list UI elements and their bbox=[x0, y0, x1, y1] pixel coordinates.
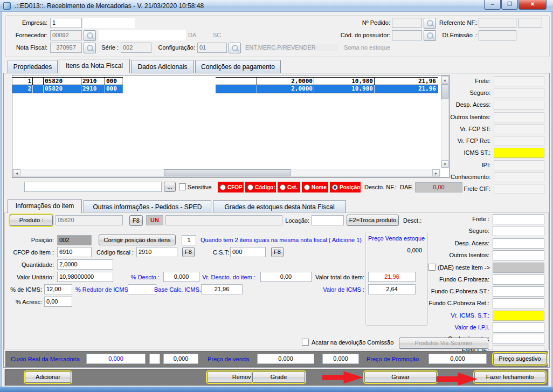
quantidade-field[interactable]: 2,0000 bbox=[57, 259, 113, 270]
radio-cfop[interactable]: CFOP bbox=[218, 182, 244, 192]
produto-button[interactable]: Produto : bbox=[10, 215, 53, 226]
num-pedido-label: Nº Pedido: bbox=[358, 19, 390, 26]
vr-descto-item-field[interactable]: 0,00 bbox=[260, 272, 312, 282]
radio-nome[interactable]: Nome bbox=[302, 182, 328, 192]
fundo-cprobreza-field[interactable] bbox=[493, 274, 544, 285]
busca-item-input[interactable] bbox=[24, 182, 162, 192]
radio-posicao[interactable]: Posição bbox=[330, 182, 361, 192]
empresa-field[interactable]: 1 bbox=[50, 18, 82, 28]
codigo-fiscal-label: Código fiscal : bbox=[95, 249, 134, 256]
radio-cst[interactable]: Cst. bbox=[278, 182, 300, 192]
grid-horizontal-scrollbar[interactable]: ◄ ► bbox=[12, 169, 440, 177]
seguro-field bbox=[494, 88, 544, 98]
fundo-cpobreza-ret-field[interactable] bbox=[493, 298, 544, 308]
valor-ipi-field[interactable] bbox=[493, 322, 544, 333]
tab-dados-adicionais[interactable]: Dados Adicionais bbox=[131, 60, 194, 73]
itens-grid[interactable]: 10582029100002,000010,98021,96 205820291… bbox=[12, 75, 450, 178]
f8-codigo-fiscal-button[interactable]: F8 bbox=[182, 247, 195, 257]
tab-itens-da-nota-fiscal[interactable]: Itens da Nota Fiscal bbox=[59, 59, 130, 73]
grid-row-1[interactable]: 10582029100002,000010,98021,96 bbox=[12, 77, 438, 85]
desp-acess-label: Desp. Acess: bbox=[437, 101, 490, 108]
dae-neste-item-checkbox[interactable] bbox=[428, 264, 436, 271]
horizontal-scroll-thumb[interactable] bbox=[164, 169, 291, 176]
empresa-redacted-box bbox=[83, 18, 135, 28]
cod-possuidor-field[interactable] bbox=[392, 30, 422, 40]
tab-outras-informacoes[interactable]: Outras informações - Pedidos - SPED bbox=[84, 200, 211, 213]
cell-seq: 2 bbox=[12, 85, 33, 93]
f8-produto-button[interactable]: F8 bbox=[129, 215, 143, 226]
conhecimento-label: Conhecimento: bbox=[437, 174, 490, 181]
custo-campo3-field[interactable]: 0,000 bbox=[163, 354, 198, 364]
frete-field bbox=[494, 76, 544, 86]
radio-codigo[interactable]: Código: bbox=[245, 182, 276, 192]
perc-acresc-field[interactable]: 0,00 bbox=[44, 297, 72, 307]
close-button[interactable]: ✕ bbox=[519, 0, 547, 10]
cell-unitario: 10,980 bbox=[314, 78, 375, 85]
codigo-fiscal-field[interactable]: 2910 bbox=[136, 247, 177, 257]
vr-icms-st-field[interactable] bbox=[493, 311, 544, 321]
maximize-button[interactable]: ❐ bbox=[501, 0, 518, 10]
configuracao-search-button[interactable] bbox=[229, 43, 241, 53]
tab-condicoes-pagamento[interactable]: Condições de pagamento bbox=[195, 60, 281, 73]
sensitive-checkbox[interactable] bbox=[179, 183, 186, 190]
preco-venda-estoque-value: 0,000 bbox=[368, 247, 422, 254]
gravar-button[interactable]: Gravar bbox=[364, 372, 437, 383]
custo-campo2-field[interactable] bbox=[149, 354, 160, 364]
preco-campo6-field[interactable]: 0,000 bbox=[322, 354, 359, 364]
locacao-field[interactable] bbox=[312, 215, 344, 225]
acatar-devolucao-checkbox[interactable] bbox=[302, 339, 309, 346]
valor-total-item-label: Valor total do item: bbox=[314, 274, 364, 281]
valor-unitario-field[interactable]: 10,98000000 bbox=[57, 272, 113, 282]
grid-row-2-selected[interactable]: 20582029100002,000010,98021,96 bbox=[12, 85, 438, 93]
radio-icon bbox=[280, 184, 286, 190]
grade-button[interactable]: Grade bbox=[252, 372, 305, 383]
adicionar-button[interactable]: Adicionar bbox=[25, 372, 71, 383]
cell-blank bbox=[33, 78, 44, 85]
f2-troca-produto-button[interactable]: F2=Troca produto bbox=[347, 215, 399, 226]
num-pedido-field[interactable] bbox=[392, 18, 422, 28]
corrigir-posicao-button[interactable]: Corrigir posição dos itens bbox=[99, 235, 176, 245]
cfop-item-field[interactable]: 6910 bbox=[57, 247, 92, 257]
scroll-left-icon[interactable]: ◄ bbox=[13, 169, 20, 176]
sensitive-label: Sensitive bbox=[188, 184, 212, 191]
item-desp-acess-field[interactable] bbox=[493, 238, 544, 249]
preco-promocao-field[interactable]: 0,000 bbox=[428, 354, 487, 364]
tab-informacoes-do-item[interactable]: Informações do item bbox=[8, 199, 82, 213]
item-outros-isentos-label: Outros Isentos: bbox=[426, 252, 489, 259]
cst-field[interactable]: 000 bbox=[230, 247, 266, 257]
num-pedido-search-button[interactable] bbox=[424, 18, 436, 29]
preco-sugestivo-button[interactable]: Preço sugestivo bbox=[493, 353, 547, 365]
custo-real-label: Custo Real da Mercadoria bbox=[11, 356, 80, 363]
tab-propriedades[interactable]: Propriedades bbox=[8, 60, 58, 73]
item-seguro-field[interactable] bbox=[493, 226, 544, 236]
dae-neste-item-label: (DAE) neste item -> bbox=[438, 264, 490, 271]
item-frete-field[interactable] bbox=[493, 214, 544, 224]
item-conhecimento-field[interactable] bbox=[493, 334, 544, 344]
minimize-button[interactable]: – bbox=[484, 0, 501, 10]
fornecedor-extra1: DA bbox=[188, 32, 196, 39]
tab-grades-estoques[interactable]: Grades de estoques desta Nota Fiscal bbox=[213, 200, 346, 213]
title-bar[interactable]: .::ED013::. Recebimento de Mercadorias -… bbox=[0, 0, 553, 12]
referente-nf-field-1[interactable] bbox=[479, 18, 516, 28]
preco-venda-field[interactable]: 0,000 bbox=[257, 354, 314, 364]
f8-cst-button[interactable]: F8 bbox=[271, 247, 284, 257]
nota-fiscal-search-button[interactable] bbox=[84, 43, 96, 53]
perc-icms-field[interactable]: 12,00 bbox=[44, 284, 72, 294]
dt-emissao-field[interactable] bbox=[479, 30, 516, 40]
cod-possuidor-search-button[interactable] bbox=[424, 30, 436, 41]
icms-st-field[interactable] bbox=[494, 148, 544, 158]
perc-descto-field[interactable]: 0,000 bbox=[163, 272, 199, 282]
fornecedor-search-button[interactable] bbox=[84, 30, 96, 41]
base-calc-icms-field[interactable]: 21,96 bbox=[201, 284, 243, 294]
cst-label: C.S.T: bbox=[210, 249, 229, 256]
preco-venda-label: Preço de venda bbox=[208, 356, 249, 363]
custo-real-field[interactable]: 0,000 bbox=[86, 354, 146, 364]
ellipsis-button[interactable]: ... bbox=[164, 182, 176, 192]
corrigir-quantidade-field[interactable]: 1 bbox=[182, 235, 196, 245]
item-outros-isentos-field[interactable] bbox=[493, 250, 544, 260]
fazer-fechamento-button[interactable]: Fazer fechamento bbox=[474, 372, 545, 383]
perc-redutor-icms-field[interactable] bbox=[128, 284, 156, 294]
fundo-cpobreza-st-field[interactable] bbox=[493, 286, 544, 297]
referente-nf-field-2[interactable] bbox=[519, 18, 542, 28]
quantidade-label: Quantidade: bbox=[16, 262, 54, 269]
